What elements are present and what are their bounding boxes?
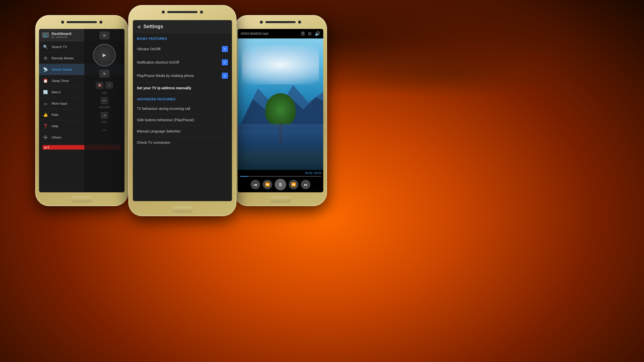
macro-icon: 🔄 [43,89,49,95]
vol-label: VOL [102,92,107,95]
settings-item-side-buttons[interactable]: Side buttons behaviour (Play/Pause) [133,114,232,126]
more-apps-icon: ⚏ [43,100,49,106]
remote-modes-label: Remote Modes [52,56,74,60]
center-phone-home-button[interactable] [171,206,194,213]
settings-back-icon[interactable]: ◀ [137,24,140,29]
vibrator-checkbox[interactable]: ✓ [222,46,228,52]
more-apps-label: More Apps [52,102,67,105]
tree-canopy [265,93,296,126]
dashboard-icon: 📺 [42,32,49,38]
right-phone-dot2 [298,21,301,24]
video-progress-fill [240,176,248,177]
center-phone-top [128,5,236,19]
left-phone-dot2 [99,21,102,24]
incoming-call-label: TV behaviour during Incoming call [137,107,228,111]
return-label: RETURN [99,106,110,109]
remote-add-btn[interactable]: + [105,82,113,89]
stream-media-label: Stream Media [52,68,72,71]
video-volume-icon[interactable]: 🔊 [315,31,320,36]
video-subtitles-icon[interactable]: ⊙ [308,31,312,36]
video-playback-buttons: ⏮ ⏪ ⏸ ⏩ ⏭ [240,179,321,191]
dashboard-title: Dashboard [52,31,71,36]
right-phone: 80302-WA0023.mp4 ☰ ⊙ 🔊 [234,15,327,206]
left-phone-speaker [67,21,97,23]
remote-play-icon: ▶ [103,52,106,58]
settings-item-tv-ip[interactable]: Set your TV ip address manually [133,82,232,94]
basic-features-header: BASIC FEATURES [133,33,232,42]
video-total-time: 00:59 [314,171,321,174]
video-current-time: 00:06 [305,171,312,174]
pause-icon: ⏸ [278,182,283,188]
rewind-button[interactable]: ⏪ [263,180,272,189]
forward-button[interactable]: ⏩ [289,180,298,189]
exit-label: EXIT [102,121,107,124]
remote-circle[interactable]: ▶ [93,44,116,66]
video-progress-bar[interactable] [240,176,321,177]
settings-item-manual-lang[interactable]: Manual Language Selection [133,126,232,137]
right-phone-dot1 [260,21,263,24]
next-icon: ⏭ [304,183,308,187]
rate-label: Rate [52,113,58,117]
side-buttons-label: Side buttons behaviour (Play/Pause) [137,118,228,122]
remote-action-btns: 🔇 + [96,82,113,89]
left-phone-dot1 [61,21,64,24]
dashboard-subtitle: By: spikesroid [52,36,71,38]
video-header: 80302-WA0023.mp4 ☰ ⊙ 🔊 [238,29,323,38]
remote-modes-icon: ⚙ [43,55,49,61]
settings-item-incoming-call[interactable]: TV behaviour during Incoming call [133,103,232,114]
remote-exit-btn[interactable]: ⇥ [101,112,108,119]
sidebar-header-text: Dashboard By: spikesroid [52,31,71,38]
remote-mute-btn[interactable]: 🔇 [96,82,103,89]
video-menu-icon[interactable]: ☰ [301,31,305,36]
video-controls: 00:06 / 00:59 ⏮ ⏪ ⏸ [238,170,323,192]
right-phone-screen: 80302-WA0023.mp4 ☰ ⊙ 🔊 [238,29,323,192]
video-water [238,124,323,170]
settings-panel: ◀ Settings BASIC FEATURES Vibrator On/Of… [133,20,232,201]
next-button[interactable]: ⏭ [301,180,310,189]
tv-ip-label: Set your TV ip address manually [137,86,228,90]
notification-label: Notification shortcut On/Off [137,60,222,64]
remote-overlay: ⊞ ▶ ⊞ 🔇 + VOL ↩ RETURN ⇥ EXIT — [84,29,125,192]
video-header-icons: ☰ ⊙ 🔊 [301,31,320,36]
left-phone-home-button[interactable] [70,196,93,203]
pause-button[interactable]: ⏸ [275,179,286,190]
center-phone-screen: ◀ Settings BASIC FEATURES Vibrator On/Of… [133,20,232,201]
vibrator-label: Vibrator On/Off [137,47,222,51]
remote-vol-minus: — [102,128,106,132]
right-phone-home-button[interactable] [269,196,292,203]
center-phone-dot1 [162,11,165,14]
settings-item-check-tv[interactable]: Check TV connection [133,137,232,148]
left-phone: 📺 Dashboard By: spikesroid 🔍 Search TV ⚙… [35,15,128,206]
left-phone-top [35,15,128,29]
sleep-timer-icon: ⏰ [43,78,49,84]
rewind-icon: ⏪ [265,182,270,187]
video-player: 80302-WA0023.mp4 ☰ ⊙ 🔊 [238,29,323,192]
notification-checkbox[interactable]: ✓ [222,59,228,65]
remote-grid-btn[interactable]: ⊞ [99,70,109,78]
remote-return-btn[interactable]: ↩ [101,97,108,104]
center-phone-speaker [167,11,197,13]
check-tv-label: Check TV connection [137,141,228,145]
settings-item-notification[interactable]: Notification shortcut On/Off ✓ [133,56,232,69]
manual-lang-label: Manual Language Selection [137,129,228,133]
settings-header: ◀ Settings [133,20,232,33]
settings-title: Settings [143,24,163,29]
help-icon: ❓ [43,123,49,129]
right-phone-top [234,15,327,29]
sleep-timer-label: Sleep Timer [52,79,69,83]
left-phone-bottom [35,192,128,206]
forward-icon: ⏩ [291,182,296,187]
video-filename: 80302-WA0023.mp4 [241,32,301,35]
playpause-checkbox[interactable]: ✓ [222,73,228,79]
right-phone-speaker [265,21,296,23]
prev-button[interactable]: ⏮ [251,180,260,189]
prev-icon: ⏮ [254,183,257,187]
center-phone-dot2 [200,11,203,14]
stream-media-icon: 📡 [43,66,49,72]
playpause-label: Play/Pause Media by shaking phone [137,74,222,78]
center-phone: ◀ Settings BASIC FEATURES Vibrator On/Of… [128,5,236,216]
settings-item-vibrator[interactable]: Vibrator On/Off ✓ [133,42,232,56]
settings-item-playpause[interactable]: Play/Pause Media by shaking phone ✓ [133,69,232,82]
search-tv-label: Search TV [52,45,67,49]
remote-top-btn[interactable]: ⊞ [99,31,109,39]
